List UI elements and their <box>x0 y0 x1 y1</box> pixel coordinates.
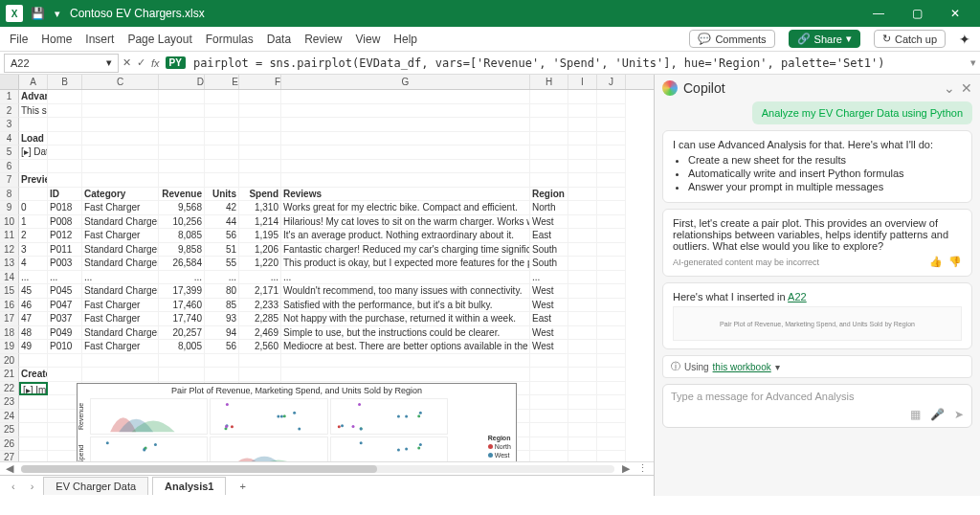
cell[interactable] <box>597 451 626 461</box>
col-header[interactable]: A <box>19 75 48 89</box>
cell[interactable] <box>82 173 159 188</box>
cell[interactable]: Fast Charger <box>82 312 159 326</box>
cell[interactable]: 1 <box>19 215 48 230</box>
cell[interactable]: Standard Charger <box>82 326 159 341</box>
cell[interactable]: 94 <box>205 326 239 341</box>
cell[interactable]: 49 <box>19 340 48 354</box>
cell[interactable]: ... <box>19 271 48 285</box>
cell[interactable] <box>82 160 159 174</box>
cell[interactable]: 1,195 <box>239 229 281 243</box>
cell[interactable] <box>159 104 205 119</box>
cell[interactable] <box>281 146 530 160</box>
thumbs-up-icon[interactable]: 👍 <box>929 256 943 268</box>
cell[interactable]: ... <box>48 271 82 285</box>
cell[interactable]: 2,469 <box>239 326 281 341</box>
grid-body[interactable]: 1Advanced Analysis2This sheet will inclu… <box>0 90 654 461</box>
sheet-nav-prev[interactable]: ‹ <box>6 481 21 492</box>
chevron-down-icon[interactable]: ▾ <box>106 56 112 69</box>
cell[interactable]: Satisfied with the performance, but it's… <box>281 299 530 313</box>
cell[interactable] <box>19 423 48 437</box>
grid-row[interactable]: 90P018Fast Charger9,568421,310Works grea… <box>0 201 654 215</box>
worksheet-grid[interactable]: A B C D E F G H I J 1Advanced Analysis2T… <box>0 75 655 496</box>
cell[interactable] <box>597 299 626 313</box>
cell[interactable] <box>568 243 597 258</box>
col-header[interactable]: D <box>159 75 205 89</box>
cell[interactable] <box>568 146 597 160</box>
tab-formulas[interactable]: Formulas <box>206 33 254 46</box>
tab-help[interactable]: Help <box>393 33 417 46</box>
cell[interactable]: P047 <box>48 299 82 313</box>
cell[interactable] <box>159 132 205 146</box>
cell[interactable]: P045 <box>48 284 82 299</box>
cell[interactable] <box>568 104 597 119</box>
cell[interactable]: Fast Charger <box>82 299 159 313</box>
chevron-down-icon[interactable]: ▾ <box>775 362 780 372</box>
cell[interactable]: Load data from EV Charger Data, Table1 <box>19 132 48 146</box>
save-icon[interactable]: 💾 <box>31 7 45 20</box>
cell[interactable]: [▸] Image <box>19 382 48 396</box>
cell[interactable] <box>48 132 82 146</box>
cell[interactable]: Standard Charger <box>82 257 159 271</box>
cell[interactable] <box>159 118 205 132</box>
cell[interactable]: 1,214 <box>239 215 281 230</box>
cell[interactable] <box>597 146 626 160</box>
cell[interactable]: Advanced Analysis <box>19 90 48 104</box>
cell[interactable]: 93 <box>205 312 239 326</box>
add-sheet-button[interactable]: + <box>230 481 255 492</box>
cell[interactable]: Units <box>205 188 239 202</box>
grid-row[interactable]: 112P012Fast Charger8,085561,195It's an a… <box>0 229 654 243</box>
cell[interactable]: 48 <box>19 326 48 341</box>
cell[interactable] <box>597 410 626 424</box>
grid-row[interactable]: 21Create pair plots analyzing relationsh… <box>0 368 654 382</box>
cell[interactable]: 42 <box>205 201 239 215</box>
cell[interactable] <box>48 90 82 104</box>
pairplot-chart[interactable]: Pair Plot of Revenue, Marketing Spend, a… <box>77 383 517 461</box>
cell[interactable]: Standard Charger <box>82 243 159 258</box>
cell[interactable] <box>530 173 568 188</box>
cell[interactable]: South <box>530 243 568 258</box>
cell[interactable] <box>530 132 568 146</box>
cell[interactable]: 0 <box>19 201 48 215</box>
attach-icon[interactable]: ▦ <box>910 408 921 421</box>
grid-row[interactable]: 1747P037Fast Charger17,740932,285Not hap… <box>0 312 654 326</box>
cell[interactable] <box>530 118 568 132</box>
sheet-tab-evdata[interactable]: EV Charger Data <box>43 477 148 495</box>
cell[interactable]: 2,171 <box>239 284 281 299</box>
tab-file[interactable]: File <box>10 33 28 46</box>
cell[interactable] <box>597 271 626 285</box>
formula-expand-icon[interactable]: ▾ <box>970 56 976 69</box>
cell[interactable] <box>568 299 597 313</box>
cell[interactable]: Preview <box>19 173 48 188</box>
grid-row[interactable]: 101P008Standard Charger10,256441,214Hila… <box>0 215 654 230</box>
cell[interactable] <box>597 395 626 410</box>
cell[interactable]: P011 <box>48 243 82 258</box>
cell[interactable]: 9,568 <box>159 201 205 215</box>
col-header[interactable]: I <box>568 75 597 89</box>
cell[interactable] <box>597 382 626 396</box>
cell[interactable]: 44 <box>205 215 239 230</box>
cell[interactable]: 9,858 <box>159 243 205 258</box>
collapse-icon[interactable]: ⌄ <box>944 80 955 96</box>
cell[interactable] <box>281 90 530 104</box>
cell[interactable] <box>530 423 568 437</box>
cell[interactable] <box>568 340 597 354</box>
cell[interactable] <box>568 90 597 104</box>
cell[interactable] <box>205 104 239 119</box>
cell[interactable]: 17,399 <box>159 284 205 299</box>
col-header[interactable]: G <box>281 75 530 89</box>
cell[interactable]: 17,740 <box>159 312 205 326</box>
comments-button[interactable]: 💬Comments <box>689 30 774 48</box>
cell[interactable] <box>597 173 626 188</box>
cell[interactable] <box>530 437 568 452</box>
tab-home[interactable]: Home <box>41 33 72 46</box>
col-header[interactable]: H <box>530 75 568 89</box>
minimize-button[interactable]: — <box>859 7 898 20</box>
cell[interactable]: 26,584 <box>159 257 205 271</box>
cell[interactable] <box>530 410 568 424</box>
cell[interactable] <box>19 160 48 174</box>
cell[interactable] <box>530 90 568 104</box>
cell[interactable] <box>159 146 205 160</box>
cell[interactable]: Reviews <box>281 188 530 202</box>
cell[interactable] <box>597 423 626 437</box>
cell[interactable]: Mediocre at best. There are better optio… <box>281 340 530 354</box>
